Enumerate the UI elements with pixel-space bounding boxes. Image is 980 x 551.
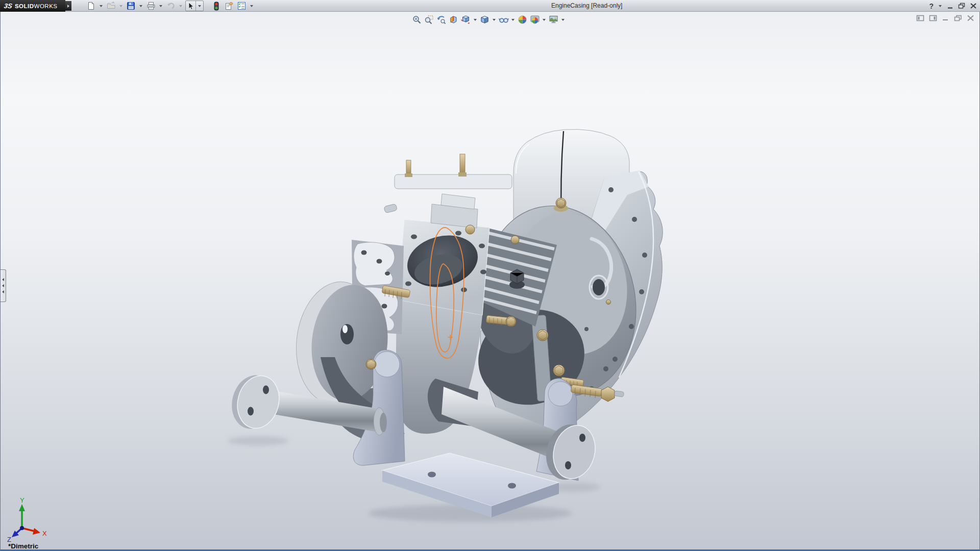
apply-scene-button[interactable] [529, 14, 540, 25]
save-dropdown[interactable] [139, 5, 142, 7]
graphics-viewport[interactable]: Y X Z *Dimetric [0, 12, 980, 551]
hide-show-items-button[interactable] [498, 14, 509, 25]
hide-show-items-dropdown[interactable] [511, 19, 514, 21]
flange-hole [579, 434, 585, 442]
heads-up-view-toolbar [411, 14, 566, 25]
undo-icon [166, 2, 176, 10]
open-document-dropdown[interactable] [119, 5, 122, 7]
section-view-button[interactable] [448, 14, 459, 25]
edit-appearance-button[interactable] [517, 14, 528, 25]
select-tool-button[interactable] [186, 1, 195, 11]
reference-triad: Y X Z [7, 496, 47, 543]
pane-left-icon[interactable] [916, 15, 924, 21]
display-style-button[interactable] [479, 14, 490, 25]
options-button[interactable] [236, 1, 247, 11]
previous-view-button[interactable] [436, 14, 447, 25]
save-button[interactable] [126, 1, 136, 11]
select-tool-dropdown[interactable] [195, 1, 203, 11]
previous-view-icon [436, 15, 446, 24]
expand-arrow-icon [67, 5, 69, 8]
collapse-arrow-icon [2, 278, 4, 281]
hub-hole [593, 279, 605, 295]
display-style-dropdown[interactable] [493, 19, 496, 21]
options-dropdown[interactable] [250, 5, 253, 7]
print-icon [146, 2, 156, 10]
view-settings-dropdown[interactable] [561, 19, 565, 21]
engine-casing-model[interactable]: Y X Z [1, 12, 980, 551]
view-settings-icon [549, 15, 559, 24]
solidworks-logo-text: SOLIDWORKS [15, 3, 58, 9]
collapse-arrow-icon [2, 284, 4, 287]
hex-bolt[interactable] [553, 365, 565, 376]
view-orientation-dropdown[interactable] [474, 19, 477, 21]
undo-button[interactable] [165, 1, 176, 11]
doc-restore-button[interactable] [954, 15, 962, 21]
zoom-to-area-button[interactable] [424, 14, 434, 25]
open-document-button[interactable] [106, 1, 116, 11]
model-group[interactable]: Y X Z [7, 130, 663, 543]
help-dropdown[interactable] [939, 5, 942, 7]
new-document-dropdown[interactable] [100, 5, 103, 7]
zoom-to-area-icon [424, 15, 434, 24]
help-button[interactable]: ? [929, 2, 934, 10]
zoom-to-fit-button[interactable] [411, 14, 422, 25]
new-document-button[interactable] [86, 1, 96, 11]
featuremanager-collapse-tab[interactable] [1, 269, 6, 302]
doc-minimize-button[interactable] [942, 15, 949, 21]
doc-close-button[interactable] [967, 15, 974, 21]
solidworks-logo-mark: 3S [4, 2, 13, 10]
restore-button[interactable] [958, 3, 966, 9]
minimize-button[interactable] [947, 3, 954, 9]
select-tool-group [185, 1, 204, 11]
hex-bolt-dark[interactable] [509, 269, 525, 289]
window-title: EngineCasing [Read-only] [551, 2, 622, 9]
base-hole [428, 472, 436, 478]
file-properties-icon [225, 2, 234, 10]
hex-bolt[interactable] [511, 236, 519, 244]
left-flange-shadow [228, 436, 289, 445]
stud-bolt[interactable] [460, 154, 465, 174]
select-cursor-icon [187, 2, 194, 10]
options-icon [237, 2, 246, 10]
base-hole [508, 483, 516, 489]
edit-appearance-icon [518, 15, 527, 24]
menu-expand-tab[interactable] [65, 1, 71, 11]
hex-bolt[interactable] [465, 225, 475, 234]
window-controls: ? [929, 1, 977, 11]
new-document-icon [87, 2, 95, 10]
apply-scene-dropdown[interactable] [543, 19, 546, 21]
view-orientation-icon [461, 15, 471, 24]
view-orientation-button[interactable] [460, 14, 471, 25]
open-document-icon [107, 2, 116, 10]
save-icon [127, 2, 135, 10]
close-button[interactable] [970, 3, 977, 9]
title-bar: 3S SOLIDWORKS [0, 0, 980, 12]
collapse-arrow-icon [2, 290, 4, 293]
document-window-controls [916, 15, 974, 21]
hex-bolt[interactable] [537, 330, 548, 341]
undo-dropdown[interactable] [179, 5, 182, 7]
zoom-to-fit-icon [412, 15, 422, 24]
solidworks-logo: 3S SOLIDWORKS [0, 0, 65, 12]
flange-hole [263, 386, 269, 394]
rebuild-traffic-light-icon [213, 2, 219, 11]
flange-hole [565, 461, 571, 469]
triad-x-label: X [42, 530, 47, 537]
rebuild-button[interactable] [211, 1, 222, 11]
view-settings-button[interactable] [548, 14, 559, 25]
display-style-icon [480, 15, 489, 24]
print-button[interactable] [145, 1, 156, 11]
clevis-bolt[interactable] [366, 359, 376, 369]
triad-y-label: Y [20, 496, 24, 504]
pane-right-icon[interactable] [929, 15, 937, 21]
hide-show-items-icon [499, 15, 509, 24]
section-view-icon [449, 15, 458, 24]
print-dropdown[interactable] [159, 5, 162, 7]
flange-hole [248, 407, 254, 416]
apply-scene-icon [530, 15, 540, 24]
dowel-pin [384, 204, 397, 213]
file-properties-button[interactable] [224, 1, 234, 11]
standard-toolbar [86, 1, 254, 11]
view-orientation-label: *Dimetric [8, 542, 38, 550]
stud-bolt[interactable] [406, 160, 411, 176]
